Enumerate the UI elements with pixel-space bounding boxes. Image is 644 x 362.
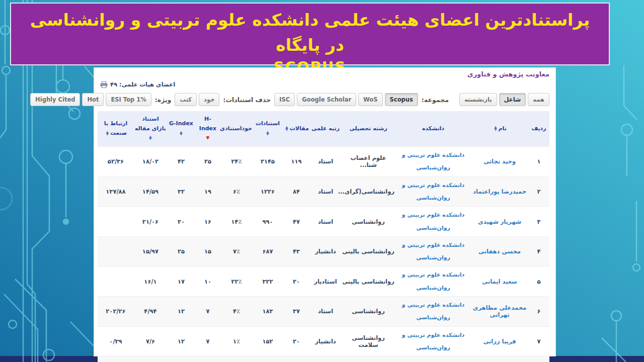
filter-button-scopus[interactable]: Scopus — [385, 93, 418, 106]
rank-cell: دانشیار — [310, 236, 341, 266]
content-panel: معاونت پژوهش و فناوری اعضای هیات علمی: ۴… — [94, 67, 556, 356]
g_index-cell: ۴۲ — [167, 147, 195, 177]
cite_per_article-cell: ۷/۴۱ — [134, 356, 167, 362]
col-header-name[interactable]: نام▲▼ — [471, 111, 528, 147]
name-cell[interactable]: محمدعلی مظاهری تهرانی — [471, 297, 528, 327]
citations-cell: ۱۲۲۶ — [253, 176, 283, 207]
table-header-row: ردیفنام▲▼دانشکدهرشته تحصیلیرتبه علمیمقال… — [98, 111, 549, 147]
g_index-cell: ۱۲ — [167, 326, 195, 356]
citations-cell: ۱۲۶ — [253, 356, 283, 362]
g_index-cell: ۱۲ — [167, 297, 195, 327]
field-cell: روانشناسی سلامت — [341, 326, 395, 356]
g_index-cell: ۳۲ — [167, 176, 195, 207]
col-label-h_index: H-Index — [199, 116, 216, 132]
filter-button-esi-top-1%[interactable]: ESI Top 1% — [106, 93, 151, 106]
faculty-cell[interactable]: دانشکده علوم تربیتی و روان‌شناسی — [395, 147, 471, 177]
faculty-cell[interactable]: دانشکده علوم تربیتی و روان‌شناسی — [395, 236, 471, 266]
name-cell[interactable]: فریبا زرانی — [471, 326, 528, 356]
col-header-citations[interactable]: استنادات▲▼ — [253, 111, 283, 147]
self_citation-cell: ۱۴٪ — [220, 207, 253, 237]
col-header-h_index[interactable]: H-Index▼ — [195, 111, 220, 147]
name-cell[interactable]: محسن دهقانی — [471, 236, 528, 266]
col-header-articles[interactable]: مقالات▲▼ — [283, 111, 310, 147]
filter-button-همه[interactable]: همه — [528, 93, 549, 106]
col-header-cite_per_article[interactable]: استناد بازای مقاله▲▼ — [134, 111, 167, 147]
col-label-citations: استنادات — [256, 120, 280, 127]
faculty-count: اعضای هیات علمی: ۴۹ — [100, 81, 175, 88]
radif-cell: ۶ — [528, 297, 549, 327]
faculty-cell[interactable]: دانشکده علوم تربیتی و روان‌شناسی — [395, 326, 471, 356]
col-label-cite_per_article: استناد بازای مقاله — [135, 116, 166, 132]
name-cell[interactable]: سعید ایمانی — [471, 266, 528, 297]
industry-cell — [98, 236, 134, 266]
h_index-cell: ۱۶ — [195, 207, 220, 237]
col-header-g_index[interactable]: G-Index▲▼ — [167, 111, 195, 147]
filter-button-بازنشسته[interactable]: بازنشسته — [459, 93, 497, 106]
industry-cell: ۲۰۲/۲۶ — [98, 297, 134, 327]
field-cell: روانشناسی بالینی — [341, 236, 395, 266]
h_index-cell: ۷ — [195, 356, 220, 362]
sort-both-icon: ▲▼ — [180, 131, 182, 136]
faculty-cell[interactable]: دانشکده علوم تربیتی و روان‌شناسی — [395, 266, 471, 297]
industry-cell: ۰/۳۹ — [98, 326, 134, 356]
col-header-faculty: دانشکده — [395, 111, 471, 147]
filter-group-remove-citations: حذف استنادات:خودکتب — [175, 93, 271, 106]
filter-label-remove-citations: حذف استنادات: — [223, 96, 271, 104]
name-cell[interactable]: شهریار شهیدی — [471, 207, 528, 237]
field-cell: روانشناسی سلامت — [341, 356, 395, 362]
articles-cell: ۱۱۹ — [283, 147, 310, 177]
filter-button-شاغل[interactable]: شاغل — [499, 93, 526, 106]
cite_per_article-cell: ۱۵/۹۷ — [134, 236, 167, 266]
faculty-cell[interactable]: دانشکده علوم تربیتی و روان‌شناسی — [395, 297, 471, 327]
col-header-industry[interactable]: ارتباط با صنعت▲▼ — [98, 111, 134, 147]
field-cell: علوم اعصاب شنا... — [341, 147, 395, 177]
industry-cell — [98, 266, 134, 297]
sort-both-icon: ▲▼ — [106, 131, 109, 136]
sort-both-icon: ▲▼ — [494, 126, 497, 131]
page-banner: پراستنادترین اعضای هیئت علمی دانشکده علو… — [10, 3, 610, 65]
sort-both-icon: ▲▼ — [285, 126, 288, 131]
h_index-cell: ۱۹ — [195, 176, 220, 207]
faculty-table: ردیفنام▲▼دانشکدهرشته تحصیلیرتبه علمیمقال… — [98, 111, 549, 362]
name-cell[interactable]: وحید صادقی فیروزآبادی — [471, 356, 528, 362]
faculty-cell[interactable]: دانشکده علوم تربیتی و روان‌شناسی — [395, 176, 471, 207]
name-cell[interactable]: حمیدرضا پوراعتماد — [471, 176, 528, 207]
self_citation-cell: ۷٪ — [220, 236, 253, 266]
filter-button-wos[interactable]: WoS — [358, 93, 382, 106]
col-label-name: نام — [499, 125, 507, 132]
h_index-cell: ۱۰ — [195, 266, 220, 297]
filter-button-google-scholar[interactable]: Google Scholar — [297, 93, 356, 106]
table-row: ۱وحید نجاتیدانشکده علوم تربیتی و روان‌شن… — [98, 147, 549, 177]
table-row: ۸وحید صادقی فیروزآبادیدانشکده علوم تربیت… — [98, 356, 549, 362]
col-label-rank: رتبه علمی — [311, 125, 340, 132]
field-cell: روانشناسی بالینی — [341, 266, 395, 297]
citations-cell: ۹۹۰ — [253, 207, 283, 237]
field-cell: روانشناسی(گرای... — [341, 176, 395, 207]
field-cell: روانشناسی — [341, 207, 395, 237]
radif-cell: ۷ — [528, 326, 549, 356]
filter-button-خود[interactable]: خود — [199, 93, 219, 106]
name-cell[interactable]: وحید نجاتی — [471, 147, 528, 177]
faculty-cell[interactable]: دانشکده علوم تربیتی و روان‌شناسی — [395, 356, 471, 362]
faculty-cell[interactable]: دانشکده علوم تربیتی و روان‌شناسی — [395, 207, 471, 237]
radif-cell: ۵ — [528, 266, 549, 297]
sort-desc-icon: ▼ — [206, 136, 210, 140]
industry-cell: ۵۲/۳۶ — [98, 147, 134, 177]
col-label-g_index: G-Index — [169, 120, 193, 127]
filter-button-hot[interactable]: Hot — [82, 93, 104, 106]
filter-button-isc[interactable]: ISC — [274, 93, 295, 106]
self_citation-cell: ۶٪ — [220, 176, 253, 207]
faculty-count-label: اعضای هیات علمی: ۴۹ — [110, 81, 175, 88]
rank-cell: استاد — [310, 207, 341, 237]
articles-cell: ۴۷ — [283, 207, 310, 237]
citations-cell: ۶۸۷ — [253, 236, 283, 266]
printer-icon[interactable] — [100, 81, 108, 88]
rank-cell: استاد — [310, 147, 341, 177]
self_citation-cell: ۲۴٪ — [220, 147, 253, 177]
filter-bar: همهشاغلبازنشستهمجموعه:ScopusWoSGoogle Sc… — [100, 93, 549, 106]
filter-button-کتب[interactable]: کتب — [175, 93, 197, 106]
radif-cell: ۴ — [528, 236, 549, 266]
filter-button-highly-cited[interactable]: Highly Cited — [30, 93, 80, 106]
citations-cell: ۱۸۳ — [253, 297, 283, 327]
g_index-cell: ۱۷ — [167, 266, 195, 297]
